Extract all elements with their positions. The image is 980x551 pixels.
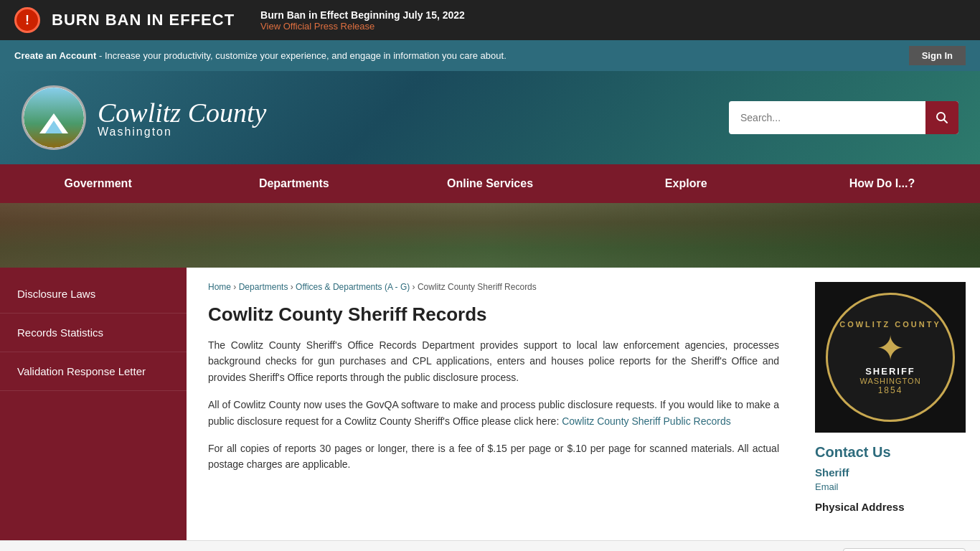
contact-us-title: Contact Us	[815, 444, 966, 461]
content-wrapper: Disclosure Laws Records Statistics Valid…	[0, 268, 980, 540]
account-bar-description: - Increase your productivity, customize …	[96, 50, 506, 61]
site-name: Cowlitz County	[98, 97, 266, 128]
sidebar-item-validation-response[interactable]: Validation Response Letter	[0, 352, 187, 391]
breadcrumb-home[interactable]: Home	[208, 282, 231, 292]
nav-item-online-services[interactable]: Online Services	[392, 164, 588, 203]
burn-ban-link[interactable]: View Official Press Release	[260, 21, 465, 32]
svg-line-1	[944, 120, 948, 123]
breadcrumb-departments[interactable]: Departments	[239, 282, 288, 292]
breadcrumb-offices[interactable]: Offices & Departments (A - G)	[296, 282, 410, 292]
sheriff-badge-image: COWLITZ COUNTY ✦ SHERIFF WASHINGTON 1854	[815, 282, 966, 433]
govqa-link[interactable]: Cowlitz County Sheriff Public Records	[562, 415, 731, 427]
breadcrumb-current: Cowlitz County Sheriff Records	[418, 282, 537, 292]
contact-sheriff-label: Sheriff	[815, 466, 966, 479]
page-body: The Cowlitz County Sheriff's Office Reco…	[208, 337, 779, 473]
search-input[interactable]	[729, 103, 925, 132]
site-header: Cowlitz County Washington	[0, 71, 980, 164]
account-bar-text: Create an Account - Increase your produc…	[14, 50, 507, 61]
paragraph-3: For all copies of reports 30 pages or lo…	[208, 441, 779, 473]
main-nav: Government Departments Online Services E…	[0, 164, 980, 203]
badge-county-name: COWLITZ COUNTY	[839, 320, 941, 329]
search-icon	[936, 111, 948, 124]
right-sidebar: COWLITZ COUNTY ✦ SHERIFF WASHINGTON 1854…	[801, 268, 980, 540]
nav-item-government[interactable]: Government	[0, 164, 196, 203]
sidebar-item-records-statistics[interactable]: Records Statistics	[0, 314, 187, 352]
hero-image	[0, 203, 980, 268]
search-box	[729, 101, 958, 134]
left-sidebar: Disclosure Laws Records Statistics Valid…	[0, 268, 187, 540]
hero-overlay	[0, 203, 980, 268]
logo-area: Cowlitz County Washington	[22, 85, 266, 150]
search-area	[729, 101, 958, 134]
paragraph-2: All of Cowlitz County now uses the GovQA…	[208, 397, 779, 429]
badge-circle: COWLITZ COUNTY ✦ SHERIFF WASHINGTON 1854	[826, 293, 955, 422]
nav-item-how-do-i[interactable]: How Do I...?	[784, 164, 980, 203]
site-logo	[22, 85, 86, 150]
site-title: Cowlitz County Washington	[98, 97, 266, 138]
search-button[interactable]	[925, 101, 958, 134]
create-account-link[interactable]: Create an Account	[14, 50, 96, 61]
breadcrumb-sep3: ›	[413, 282, 418, 292]
paragraph-1: The Cowlitz County Sheriff's Office Reco…	[208, 337, 779, 385]
breadcrumb-sep1: ›	[233, 282, 238, 292]
contact-email-link[interactable]: Email	[815, 481, 966, 492]
burn-ban-title: BURN BAN IN EFFECT	[52, 11, 235, 29]
page-footer-bar: 🌐 Select Language ▼	[0, 540, 980, 551]
account-bar: Create an Account - Increase your produc…	[0, 40, 980, 71]
burn-ban-icon	[14, 7, 40, 33]
sign-in-button[interactable]: Sign In	[909, 46, 966, 65]
mountain-icon	[39, 113, 68, 133]
burn-ban-details: Burn Ban in Effect Beginning July 15, 20…	[260, 9, 465, 32]
translate-widget[interactable]: 🌐 Select Language ▼	[843, 548, 966, 551]
burn-ban-details-title: Burn Ban in Effect Beginning July 15, 20…	[260, 9, 465, 21]
physical-address-label: Physical Address	[815, 501, 966, 513]
badge-state-text: WASHINGTON	[859, 377, 920, 385]
sheriff-star-icon: ✦	[876, 331, 905, 366]
logo-inner	[24, 88, 84, 148]
breadcrumb-sep2: ›	[291, 282, 296, 292]
nav-item-departments[interactable]: Departments	[196, 164, 392, 203]
burn-ban-banner: BURN BAN IN EFFECT Burn Ban in Effect Be…	[0, 0, 980, 40]
page-title: Cowlitz County Sheriff Records	[208, 303, 779, 326]
breadcrumb: Home › Departments › Offices & Departmen…	[208, 282, 779, 292]
badge-sheriff-text: SHERIFF	[865, 366, 915, 377]
main-content: Home › Departments › Offices & Departmen…	[187, 268, 801, 540]
sidebar-item-disclosure-laws[interactable]: Disclosure Laws	[0, 275, 187, 314]
nav-item-explore[interactable]: Explore	[588, 164, 784, 203]
badge-year: 1854	[878, 385, 903, 395]
